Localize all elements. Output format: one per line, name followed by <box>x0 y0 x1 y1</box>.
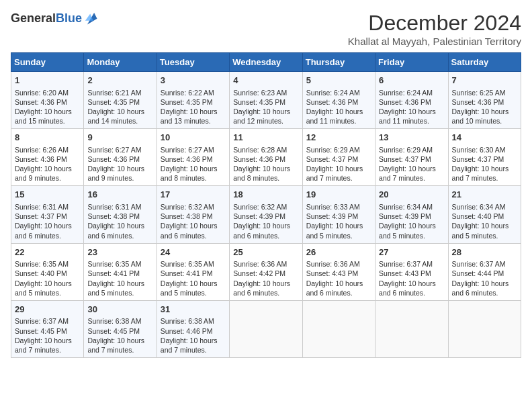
daylight-text: Daylight: 10 hours and 6 minutes. <box>306 279 363 297</box>
daylight-text: Daylight: 10 hours and 6 minutes. <box>161 222 218 239</box>
day-number: 17 <box>161 189 226 201</box>
day-number: 1 <box>15 75 80 87</box>
calendar-week-row: 22Sunrise: 6:35 AMSunset: 4:40 PMDayligh… <box>11 243 521 300</box>
sunrise-text: Sunrise: 6:27 AM <box>161 146 214 154</box>
sunset-text: Sunset: 4:36 PM <box>15 155 67 163</box>
day-number: 20 <box>379 189 444 201</box>
sunset-text: Sunset: 4:37 PM <box>306 155 359 163</box>
sunset-text: Sunset: 4:41 PM <box>161 269 213 277</box>
sunrise-text: Sunrise: 6:32 AM <box>233 203 287 211</box>
daylight-text: Daylight: 10 hours and 15 minutes. <box>15 107 72 125</box>
day-number: 28 <box>452 246 517 259</box>
daylight-text: Daylight: 10 hours and 7 minutes. <box>452 165 509 182</box>
day-number: 2 <box>87 75 152 87</box>
sunset-text: Sunset: 4:40 PM <box>15 269 67 277</box>
sunset-text: Sunset: 4:36 PM <box>233 155 285 163</box>
day-number: 21 <box>452 189 517 201</box>
day-number: 12 <box>306 132 371 144</box>
day-number: 27 <box>379 246 444 259</box>
day-number: 22 <box>15 246 80 259</box>
sunset-text: Sunset: 4:43 PM <box>379 269 431 277</box>
calendar-cell: 20Sunrise: 6:34 AMSunset: 4:39 PMDayligh… <box>375 186 448 243</box>
calendar-cell: 3Sunrise: 6:22 AMSunset: 4:35 PMDaylight… <box>157 72 229 129</box>
day-number: 31 <box>161 304 226 316</box>
calendar-cell: 30Sunrise: 6:38 AMSunset: 4:45 PMDayligh… <box>84 300 157 357</box>
sunset-text: Sunset: 4:39 PM <box>233 212 285 220</box>
sunrise-text: Sunrise: 6:34 AM <box>379 203 433 211</box>
sunrise-text: Sunrise: 6:33 AM <box>306 203 360 211</box>
daylight-text: Daylight: 10 hours and 5 minutes. <box>87 279 144 297</box>
calendar-cell: 5Sunrise: 6:24 AMSunset: 4:36 PMDaylight… <box>302 72 375 129</box>
calendar-cell: 18Sunrise: 6:32 AMSunset: 4:39 PMDayligh… <box>230 186 302 243</box>
day-header-friday: Friday <box>375 53 448 72</box>
calendar-table: SundayMondayTuesdayWednesdayThursdayFrid… <box>11 52 521 358</box>
day-number: 11 <box>233 132 298 144</box>
calendar-cell <box>448 300 521 357</box>
daylight-text: Daylight: 10 hours and 8 minutes. <box>233 165 290 182</box>
sunrise-text: Sunrise: 6:26 AM <box>15 146 69 154</box>
calendar-week-row: 15Sunrise: 6:31 AMSunset: 4:37 PMDayligh… <box>11 186 521 243</box>
calendar-cell: 6Sunrise: 6:24 AMSunset: 4:36 PMDaylight… <box>375 72 448 129</box>
title-area: December 2024 Khallat al Mayyah, Palesti… <box>348 11 521 47</box>
sunset-text: Sunset: 4:35 PM <box>233 98 285 106</box>
calendar-cell <box>375 300 448 357</box>
sunset-text: Sunset: 4:37 PM <box>452 155 504 163</box>
day-number: 29 <box>15 304 80 316</box>
daylight-text: Daylight: 10 hours and 6 minutes. <box>87 222 144 239</box>
sunrise-text: Sunrise: 6:27 AM <box>87 146 141 154</box>
daylight-text: Daylight: 10 hours and 11 minutes. <box>379 107 436 125</box>
day-number: 3 <box>161 75 226 87</box>
day-number: 16 <box>87 189 152 201</box>
page-header: GeneralBlue December 2024 Khallat al May… <box>11 11 521 47</box>
calendar-cell: 27Sunrise: 6:37 AMSunset: 4:43 PMDayligh… <box>375 243 448 300</box>
calendar-cell: 12Sunrise: 6:29 AMSunset: 4:37 PMDayligh… <box>302 129 375 186</box>
sunrise-text: Sunrise: 6:35 AM <box>161 260 214 268</box>
sunrise-text: Sunrise: 6:24 AM <box>306 89 360 97</box>
sunset-text: Sunset: 4:45 PM <box>87 327 140 335</box>
day-header-thursday: Thursday <box>302 53 375 72</box>
daylight-text: Daylight: 10 hours and 14 minutes. <box>87 107 144 125</box>
sunrise-text: Sunrise: 6:34 AM <box>452 203 506 211</box>
sunset-text: Sunset: 4:35 PM <box>87 98 140 106</box>
sunrise-text: Sunrise: 6:21 AM <box>87 89 141 97</box>
sunrise-text: Sunrise: 6:25 AM <box>452 89 506 97</box>
sunset-text: Sunset: 4:42 PM <box>233 269 285 277</box>
sunrise-text: Sunrise: 6:35 AM <box>87 260 141 268</box>
sunset-text: Sunset: 4:39 PM <box>306 212 359 220</box>
calendar-cell: 2Sunrise: 6:21 AMSunset: 4:35 PMDaylight… <box>84 72 157 129</box>
calendar-cell: 11Sunrise: 6:28 AMSunset: 4:36 PMDayligh… <box>230 129 302 186</box>
sunset-text: Sunset: 4:36 PM <box>161 155 213 163</box>
calendar-cell: 1Sunrise: 6:20 AMSunset: 4:36 PMDaylight… <box>11 72 84 129</box>
day-number: 5 <box>306 75 371 87</box>
daylight-text: Daylight: 10 hours and 8 minutes. <box>161 165 218 182</box>
day-header-sunday: Sunday <box>11 53 84 72</box>
day-number: 4 <box>233 75 298 87</box>
logo: GeneralBlue <box>11 11 98 26</box>
sunrise-text: Sunrise: 6:28 AM <box>233 146 287 154</box>
calendar-cell: 7Sunrise: 6:25 AMSunset: 4:36 PMDaylight… <box>448 72 521 129</box>
calendar-cell: 9Sunrise: 6:27 AMSunset: 4:36 PMDaylight… <box>84 129 157 186</box>
sunset-text: Sunset: 4:37 PM <box>15 212 67 220</box>
sunset-text: Sunset: 4:45 PM <box>15 327 67 335</box>
sunrise-text: Sunrise: 6:31 AM <box>15 203 69 211</box>
calendar-cell: 14Sunrise: 6:30 AMSunset: 4:37 PMDayligh… <box>448 129 521 186</box>
day-number: 15 <box>15 189 80 201</box>
sunset-text: Sunset: 4:41 PM <box>87 269 140 277</box>
day-header-monday: Monday <box>84 53 157 72</box>
sunrise-text: Sunrise: 6:38 AM <box>161 317 214 325</box>
sunrise-text: Sunrise: 6:24 AM <box>379 89 433 97</box>
sunrise-text: Sunrise: 6:29 AM <box>306 146 360 154</box>
sunset-text: Sunset: 4:43 PM <box>306 269 359 277</box>
sunset-text: Sunset: 4:39 PM <box>379 212 431 220</box>
sunset-text: Sunset: 4:36 PM <box>87 155 140 163</box>
sunrise-text: Sunrise: 6:37 AM <box>452 260 506 268</box>
calendar-cell: 29Sunrise: 6:37 AMSunset: 4:45 PMDayligh… <box>11 300 84 357</box>
sunset-text: Sunset: 4:44 PM <box>452 269 504 277</box>
calendar-cell <box>302 300 375 357</box>
daylight-text: Daylight: 10 hours and 5 minutes. <box>15 279 72 297</box>
calendar-week-row: 1Sunrise: 6:20 AMSunset: 4:36 PMDaylight… <box>11 72 521 129</box>
sunset-text: Sunset: 4:36 PM <box>379 98 431 106</box>
sunrise-text: Sunrise: 6:30 AM <box>452 146 506 154</box>
sunset-text: Sunset: 4:36 PM <box>306 98 359 106</box>
sunrise-text: Sunrise: 6:29 AM <box>379 146 433 154</box>
